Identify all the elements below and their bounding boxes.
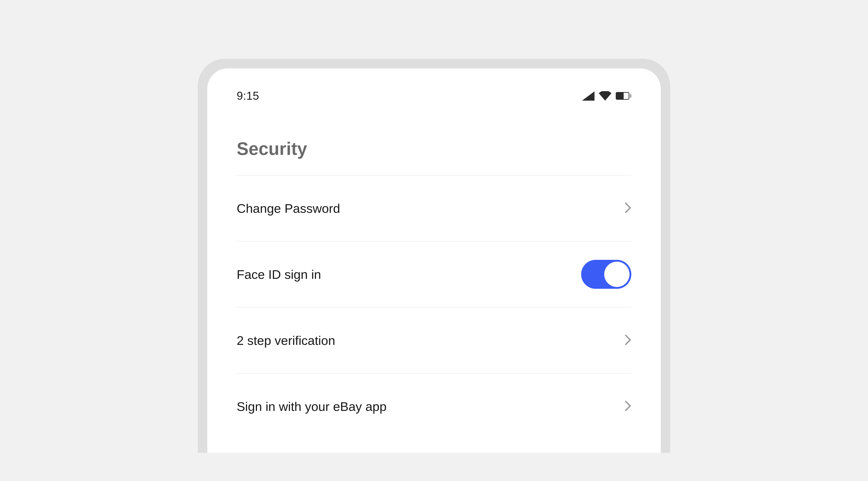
status-bar: 9:15 xyxy=(207,68,661,104)
page-title: Security xyxy=(207,104,661,175)
status-icons xyxy=(582,91,631,101)
chevron-right-icon xyxy=(625,334,631,347)
phone-frame: 9:15 Security Change Passwor xyxy=(198,59,670,453)
wifi-icon xyxy=(598,91,612,101)
list-item-sign-in-ebay-app[interactable]: Sign in with your eBay app xyxy=(237,373,631,439)
toggle-knob xyxy=(604,262,629,287)
phone-screen: 9:15 Security Change Passwor xyxy=(207,68,661,453)
list-item-2-step-verification[interactable]: 2 step verification xyxy=(237,307,631,373)
list-item-change-password[interactable]: Change Password xyxy=(237,175,631,241)
chevron-right-icon xyxy=(625,202,631,215)
list-item-label: Change Password xyxy=(237,201,340,216)
face-id-toggle[interactable] xyxy=(581,260,631,289)
list-item-label: 2 step verification xyxy=(237,333,335,348)
status-time: 9:15 xyxy=(237,89,259,102)
list-item-label: Face ID sign in xyxy=(237,267,321,282)
list-item-face-id-sign-in[interactable]: Face ID sign in xyxy=(237,241,631,307)
chevron-right-icon xyxy=(625,400,631,413)
cellular-signal-icon xyxy=(582,91,594,101)
battery-icon xyxy=(616,92,631,100)
list-item-label: Sign in with your eBay app xyxy=(237,399,386,414)
settings-list: Change Password Face ID sign in 2 step v… xyxy=(207,175,661,439)
